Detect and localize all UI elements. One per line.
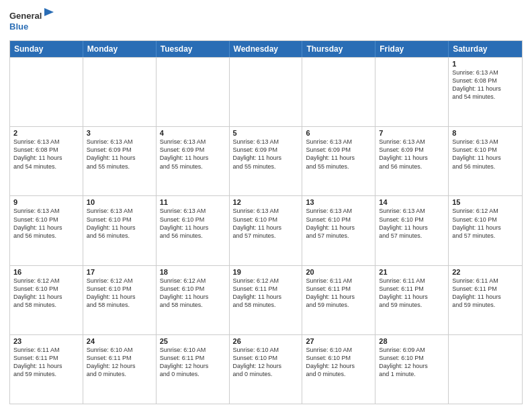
cell-info-text: Sunrise: 6:10 AM Sunset: 6:11 PM Dayligh… bbox=[87, 346, 152, 379]
cell-info-text: Sunrise: 6:12 AM Sunset: 6:10 PM Dayligh… bbox=[13, 277, 79, 310]
calendar-day-2: 2Sunrise: 6:13 AM Sunset: 6:08 PM Daylig… bbox=[10, 127, 83, 195]
calendar-day-empty-4-6 bbox=[449, 335, 522, 404]
cell-info-text: Sunrise: 6:13 AM Sunset: 6:09 PM Dayligh… bbox=[306, 138, 371, 171]
cell-info-text: Sunrise: 6:11 AM Sunset: 6:11 PM Dayligh… bbox=[452, 277, 519, 310]
cell-info-text: Sunrise: 6:12 AM Sunset: 6:10 PM Dayligh… bbox=[87, 277, 152, 310]
cell-date-number: 8 bbox=[452, 129, 519, 137]
cell-info-text: Sunrise: 6:13 AM Sunset: 6:10 PM Dayligh… bbox=[13, 207, 79, 240]
day-header-tuesday: Tuesday bbox=[157, 41, 230, 57]
cell-info-text: Sunrise: 6:13 AM Sunset: 6:09 PM Dayligh… bbox=[160, 138, 226, 171]
calendar-day-empty-0-2 bbox=[157, 58, 230, 126]
calendar-body: 1Sunrise: 6:13 AM Sunset: 6:08 PM Daylig… bbox=[10, 57, 522, 404]
cell-info-text: Sunrise: 6:13 AM Sunset: 6:08 PM Dayligh… bbox=[13, 138, 79, 171]
calendar-week-1: 2Sunrise: 6:13 AM Sunset: 6:08 PM Daylig… bbox=[10, 126, 522, 195]
calendar-day-15: 15Sunrise: 6:12 AM Sunset: 6:10 PM Dayli… bbox=[449, 196, 522, 265]
calendar-header: SundayMondayTuesdayWednesdayThursdayFrid… bbox=[10, 41, 522, 57]
cell-info-text: Sunrise: 6:13 AM Sunset: 6:10 PM Dayligh… bbox=[306, 207, 371, 240]
cell-date-number: 24 bbox=[87, 337, 152, 345]
calendar-day-9: 9Sunrise: 6:13 AM Sunset: 6:10 PM Daylig… bbox=[10, 196, 83, 265]
calendar-day-23: 23Sunrise: 6:11 AM Sunset: 6:11 PM Dayli… bbox=[10, 335, 83, 404]
svg-text:Blue: Blue bbox=[9, 21, 28, 32]
calendar-week-2: 9Sunrise: 6:13 AM Sunset: 6:10 PM Daylig… bbox=[10, 195, 522, 265]
calendar-day-17: 17Sunrise: 6:12 AM Sunset: 6:10 PM Dayli… bbox=[83, 266, 157, 334]
cell-info-text: Sunrise: 6:09 AM Sunset: 6:10 PM Dayligh… bbox=[379, 346, 445, 379]
cell-date-number: 20 bbox=[306, 268, 371, 276]
cell-date-number: 9 bbox=[13, 198, 79, 206]
cell-date-number: 28 bbox=[379, 337, 445, 345]
cell-date-number: 15 bbox=[452, 198, 519, 206]
cell-info-text: Sunrise: 6:13 AM Sunset: 6:10 PM Dayligh… bbox=[379, 207, 445, 240]
calendar-day-3: 3Sunrise: 6:13 AM Sunset: 6:09 PM Daylig… bbox=[83, 127, 157, 195]
day-header-wednesday: Wednesday bbox=[230, 41, 303, 57]
calendar-day-25: 25Sunrise: 6:10 AM Sunset: 6:11 PM Dayli… bbox=[157, 335, 230, 404]
cell-info-text: Sunrise: 6:13 AM Sunset: 6:08 PM Dayligh… bbox=[452, 68, 519, 101]
cell-info-text: Sunrise: 6:11 AM Sunset: 6:11 PM Dayligh… bbox=[379, 277, 445, 310]
calendar-day-7: 7Sunrise: 6:13 AM Sunset: 6:09 PM Daylig… bbox=[375, 127, 449, 195]
cell-info-text: Sunrise: 6:13 AM Sunset: 6:10 PM Dayligh… bbox=[160, 207, 226, 240]
calendar-day-21: 21Sunrise: 6:11 AM Sunset: 6:11 PM Dayli… bbox=[375, 266, 449, 334]
cell-info-text: Sunrise: 6:13 AM Sunset: 6:09 PM Dayligh… bbox=[233, 138, 299, 171]
calendar-day-11: 11Sunrise: 6:13 AM Sunset: 6:10 PM Dayli… bbox=[157, 196, 230, 265]
cell-date-number: 1 bbox=[452, 60, 519, 68]
cell-date-number: 26 bbox=[233, 337, 299, 345]
day-header-thursday: Thursday bbox=[302, 41, 375, 57]
calendar-day-27: 27Sunrise: 6:10 AM Sunset: 6:10 PM Dayli… bbox=[302, 335, 375, 404]
cell-date-number: 13 bbox=[306, 198, 371, 206]
calendar-week-3: 16Sunrise: 6:12 AM Sunset: 6:10 PM Dayli… bbox=[10, 265, 522, 334]
cell-date-number: 5 bbox=[233, 129, 299, 137]
cell-date-number: 27 bbox=[306, 337, 371, 345]
calendar-day-14: 14Sunrise: 6:13 AM Sunset: 6:10 PM Dayli… bbox=[375, 196, 449, 265]
cell-info-text: Sunrise: 6:10 AM Sunset: 6:10 PM Dayligh… bbox=[306, 346, 371, 379]
calendar-day-13: 13Sunrise: 6:13 AM Sunset: 6:10 PM Dayli… bbox=[302, 196, 375, 265]
cell-info-text: Sunrise: 6:13 AM Sunset: 6:10 PM Dayligh… bbox=[233, 207, 299, 240]
cell-info-text: Sunrise: 6:10 AM Sunset: 6:10 PM Dayligh… bbox=[233, 346, 299, 379]
calendar-day-4: 4Sunrise: 6:13 AM Sunset: 6:09 PM Daylig… bbox=[157, 127, 230, 195]
day-header-sunday: Sunday bbox=[10, 41, 83, 57]
calendar-day-empty-0-4 bbox=[302, 58, 375, 126]
cell-date-number: 17 bbox=[87, 268, 152, 276]
cell-date-number: 6 bbox=[306, 129, 371, 137]
calendar-day-empty-0-3 bbox=[230, 58, 303, 126]
day-header-friday: Friday bbox=[375, 41, 449, 57]
cell-date-number: 7 bbox=[379, 129, 445, 137]
calendar-day-8: 8Sunrise: 6:13 AM Sunset: 6:10 PM Daylig… bbox=[449, 127, 522, 195]
calendar-day-26: 26Sunrise: 6:10 AM Sunset: 6:10 PM Dayli… bbox=[230, 335, 303, 404]
cell-date-number: 22 bbox=[452, 268, 519, 276]
svg-marker-1 bbox=[44, 8, 54, 16]
header: General Blue bbox=[9, 7, 523, 36]
calendar-day-1: 1Sunrise: 6:13 AM Sunset: 6:08 PM Daylig… bbox=[449, 58, 522, 126]
calendar-day-28: 28Sunrise: 6:09 AM Sunset: 6:10 PM Dayli… bbox=[375, 335, 449, 404]
calendar-day-18: 18Sunrise: 6:12 AM Sunset: 6:10 PM Dayli… bbox=[157, 266, 230, 334]
cell-date-number: 10 bbox=[87, 198, 152, 206]
cell-date-number: 2 bbox=[13, 129, 79, 137]
cell-date-number: 3 bbox=[87, 129, 152, 137]
cell-date-number: 16 bbox=[13, 268, 79, 276]
cell-date-number: 11 bbox=[160, 198, 226, 206]
cell-date-number: 25 bbox=[160, 337, 226, 345]
page: General Blue SundayMondayTuesdayWednesda… bbox=[0, 0, 532, 411]
cell-date-number: 12 bbox=[233, 198, 299, 206]
cell-info-text: Sunrise: 6:11 AM Sunset: 6:11 PM Dayligh… bbox=[306, 277, 371, 310]
cell-info-text: Sunrise: 6:11 AM Sunset: 6:11 PM Dayligh… bbox=[13, 346, 79, 379]
cell-date-number: 21 bbox=[379, 268, 445, 276]
cell-info-text: Sunrise: 6:13 AM Sunset: 6:10 PM Dayligh… bbox=[452, 138, 519, 171]
svg-text:General: General bbox=[9, 11, 42, 21]
logo: General Blue bbox=[9, 7, 56, 36]
cell-info-text: Sunrise: 6:13 AM Sunset: 6:09 PM Dayligh… bbox=[87, 138, 152, 171]
calendar-day-10: 10Sunrise: 6:13 AM Sunset: 6:10 PM Dayli… bbox=[83, 196, 157, 265]
calendar-day-20: 20Sunrise: 6:11 AM Sunset: 6:11 PM Dayli… bbox=[302, 266, 375, 334]
calendar-week-4: 23Sunrise: 6:11 AM Sunset: 6:11 PM Dayli… bbox=[10, 334, 522, 404]
calendar-week-0: 1Sunrise: 6:13 AM Sunset: 6:08 PM Daylig… bbox=[10, 57, 522, 126]
logo-area: General Blue bbox=[9, 7, 56, 36]
calendar-day-16: 16Sunrise: 6:12 AM Sunset: 6:10 PM Dayli… bbox=[10, 266, 83, 334]
day-header-saturday: Saturday bbox=[449, 41, 522, 57]
calendar-day-6: 6Sunrise: 6:13 AM Sunset: 6:09 PM Daylig… bbox=[302, 127, 375, 195]
calendar-day-22: 22Sunrise: 6:11 AM Sunset: 6:11 PM Dayli… bbox=[449, 266, 522, 334]
calendar-day-empty-0-1 bbox=[83, 58, 157, 126]
cell-info-text: Sunrise: 6:12 AM Sunset: 6:10 PM Dayligh… bbox=[452, 207, 519, 240]
cell-date-number: 23 bbox=[13, 337, 79, 345]
calendar-day-5: 5Sunrise: 6:13 AM Sunset: 6:09 PM Daylig… bbox=[230, 127, 303, 195]
calendar-day-empty-0-5 bbox=[375, 58, 449, 126]
cell-date-number: 14 bbox=[379, 198, 445, 206]
calendar-day-empty-0-0 bbox=[10, 58, 83, 126]
